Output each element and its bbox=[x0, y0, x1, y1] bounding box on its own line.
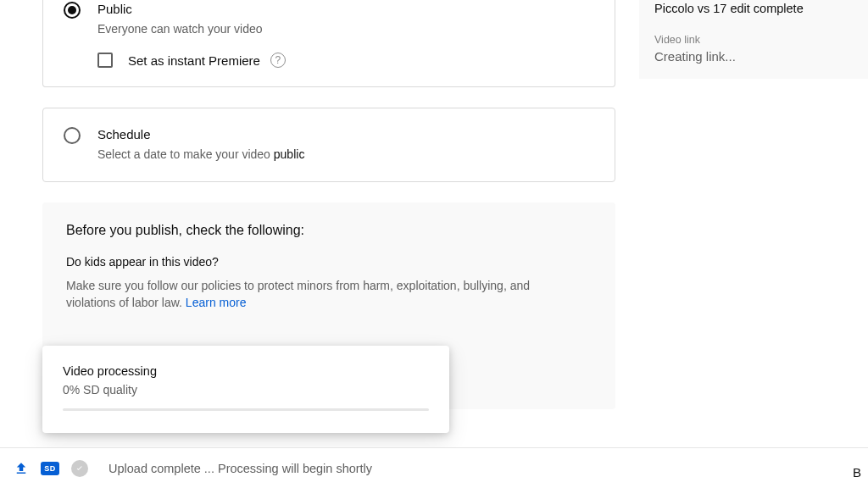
side-link-status: Creating link... bbox=[654, 49, 853, 64]
sd-badge-text: SD bbox=[41, 462, 59, 475]
schedule-title: Schedule bbox=[97, 125, 304, 144]
footer-status-text: Upload complete ... Processing will begi… bbox=[108, 462, 372, 475]
sd-badge-icon[interactable]: SD bbox=[41, 462, 59, 475]
side-panel: Piccolo vs 17 edit complete Video link C… bbox=[639, 0, 868, 79]
public-text: Public Everyone can watch your video bbox=[97, 0, 263, 37]
notice-body: Make sure you follow our policies to pro… bbox=[66, 277, 541, 311]
footer-bar: SD Upload complete ... Processing will b… bbox=[0, 447, 868, 488]
processing-progress-bar bbox=[63, 408, 429, 411]
check-circle-icon[interactable] bbox=[71, 460, 88, 477]
side-link-label: Video link bbox=[654, 34, 853, 46]
learn-more-link[interactable]: Learn more bbox=[186, 296, 247, 309]
upload-icon[interactable] bbox=[14, 461, 29, 476]
processing-title: Video processing bbox=[63, 364, 429, 378]
footer-right-fragment: B bbox=[853, 465, 861, 480]
visibility-schedule-card[interactable]: Schedule Select a date to make your vide… bbox=[42, 108, 615, 182]
processing-status: 0% SD quality bbox=[63, 383, 429, 396]
radio-public[interactable] bbox=[64, 2, 81, 19]
help-icon[interactable]: ? bbox=[270, 53, 286, 68]
premiere-row: Set as instant Premiere ? bbox=[97, 53, 594, 68]
radio-dot-icon bbox=[68, 6, 76, 14]
public-option-row[interactable]: Public Everyone can watch your video bbox=[64, 0, 594, 37]
notice-question: Do kids appear in this video? bbox=[66, 255, 592, 269]
schedule-subtitle-prefix: Select a date to make your video bbox=[97, 147, 274, 161]
public-subtitle: Everyone can watch your video bbox=[97, 20, 263, 37]
side-video-title: Piccolo vs 17 edit complete bbox=[654, 0, 853, 17]
visibility-public-card: Public Everyone can watch your video Set… bbox=[42, 0, 615, 87]
schedule-subtitle: Select a date to make your video public bbox=[97, 146, 304, 163]
notice-heading: Before you publish, check the following: bbox=[66, 223, 592, 238]
public-title: Public bbox=[97, 0, 263, 19]
schedule-subtitle-bold: public bbox=[274, 147, 305, 161]
notice-body-text: Make sure you follow our policies to pro… bbox=[66, 279, 530, 309]
schedule-text: Schedule Select a date to make your vide… bbox=[97, 125, 304, 163]
processing-tooltip: Video processing 0% SD quality bbox=[42, 346, 449, 433]
schedule-option-row[interactable]: Schedule Select a date to make your vide… bbox=[64, 125, 594, 163]
premiere-label: Set as instant Premiere bbox=[128, 53, 260, 68]
radio-schedule[interactable] bbox=[64, 127, 81, 144]
premiere-checkbox[interactable] bbox=[97, 53, 113, 68]
